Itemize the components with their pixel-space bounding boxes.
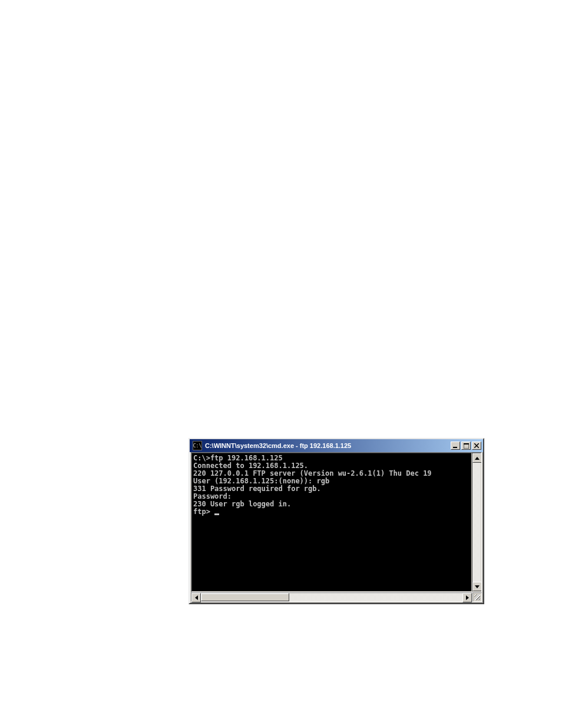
horizontal-scroll-track[interactable] [201,593,462,601]
terminal-line: 230 User rgb logged in. [193,500,470,508]
vertical-scroll-track[interactable] [472,463,481,582]
maximize-button[interactable] [461,442,471,450]
close-button[interactable] [472,442,481,450]
resize-grip[interactable] [472,592,482,602]
scroll-down-button[interactable] [472,582,482,591]
svg-rect-2 [464,443,469,444]
window-title: C:\WINNT\system32\cmd.exe - ftp 192.168.… [204,442,451,449]
arrow-down-icon [475,585,480,588]
terminal-output[interactable]: C:\>ftp 192.168.1.125Connected to 192.16… [191,453,472,592]
hscrollbar-row [191,592,482,602]
arrow-right-icon [466,595,469,600]
titlebar[interactable]: C:\ C:\WINNT\system32\cmd.exe - ftp 192.… [190,439,483,452]
cmd-icon: C:\ [193,441,202,450]
terminal-line: ftp> [193,508,470,516]
scroll-left-button[interactable] [191,593,201,602]
svg-rect-0 [453,447,457,448]
horizontal-scrollbar[interactable] [191,592,472,602]
window-controls [451,442,481,450]
client-area: C:\>ftp 192.168.1.125Connected to 192.16… [191,452,482,602]
minimize-button[interactable] [451,442,460,450]
scroll-right-button[interactable] [462,593,472,602]
scroll-up-button[interactable] [472,453,482,463]
terminal-line: 331 Password required for rgb. [193,485,470,493]
horizontal-scroll-thumb[interactable] [201,593,289,601]
cmd-window: C:\ C:\WINNT\system32\cmd.exe - ftp 192.… [189,438,484,604]
arrow-left-icon [195,595,198,600]
vertical-scrollbar[interactable] [472,453,481,592]
terminal-wrap: C:\>ftp 192.168.1.125Connected to 192.16… [191,452,482,592]
cursor [214,513,219,515]
arrow-up-icon [475,457,480,460]
